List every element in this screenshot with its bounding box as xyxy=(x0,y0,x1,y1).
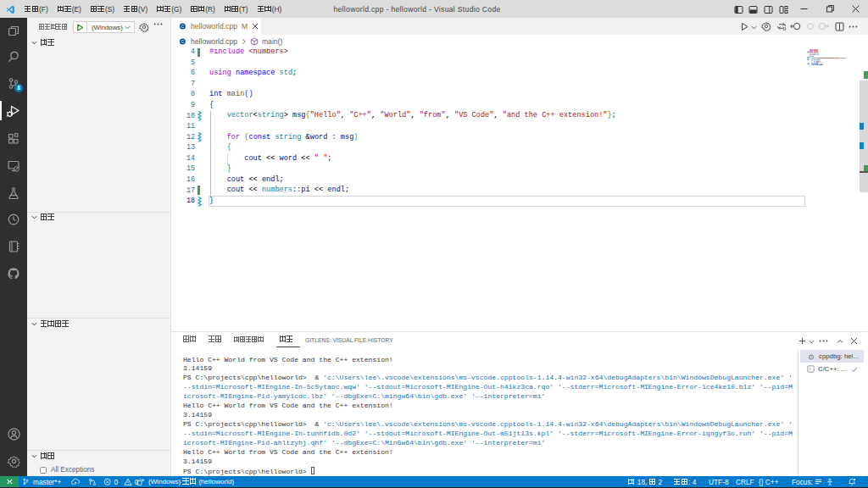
svg-text:C: C xyxy=(181,39,185,44)
svg-text:C: C xyxy=(181,24,185,29)
